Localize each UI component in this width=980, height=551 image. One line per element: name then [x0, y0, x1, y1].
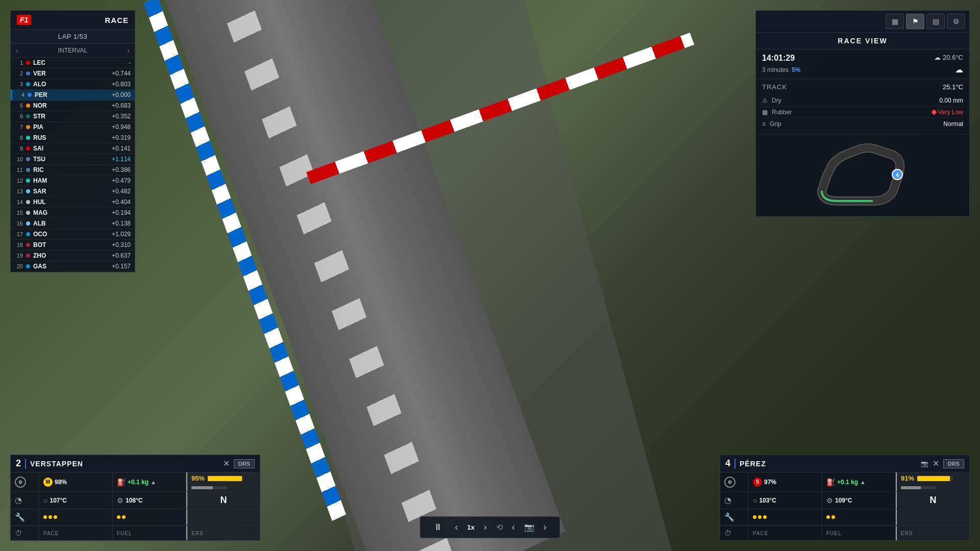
track-rubber-value: Very Low	[932, 109, 963, 116]
perez-mode-icon: ◔	[720, 492, 749, 509]
verstappen-gear-display: N	[191, 495, 256, 506]
perez-name: PÉREZ	[740, 460, 917, 468]
perez-close-btn[interactable]: ✕	[933, 459, 939, 468]
perez-tools-icon: 🔧	[720, 509, 749, 525]
verstappen-fuel-label: FUEL	[113, 526, 186, 540]
verstappen-fuel-delta: +0.1 kg	[128, 479, 149, 486]
pdot-3	[763, 515, 767, 519]
track-label: TRACK	[762, 83, 787, 91]
team-dot	[26, 221, 30, 226]
verstappen-fuel-text: FUEL	[117, 531, 132, 536]
driver-row: 17 OCO +1.029	[11, 229, 135, 240]
driver-row: 18 BOT +0.310	[11, 240, 135, 251]
verstappen-dots-row-1	[43, 515, 57, 519]
driver-pos: 7	[15, 124, 23, 130]
verstappen-gear-n: N	[186, 492, 260, 509]
perez-tyre-pct: 97%	[764, 479, 776, 486]
team-dot	[26, 136, 30, 140]
driver-interval: +0.637	[112, 252, 131, 259]
team-dot	[26, 189, 30, 193]
verstappen-panel: 2 VERSTAPPEN ✕ DRS ⊙ M 98% ⛽ +0.1 kg ▲ 9…	[10, 455, 260, 541]
perez-fuel-text: FUEL	[826, 531, 842, 536]
warning-icon: ⚠	[762, 97, 768, 104]
perez-brake-temp-val: 103°C	[759, 497, 776, 504]
driver-code: RIC	[33, 166, 51, 173]
perez-ers-pct: 91%	[901, 474, 914, 482]
verstappen-tyre: M 98%	[39, 472, 113, 491]
weather-info: 14:01:29 ☁ 20.6°C 3 minutes 5% ☁	[756, 49, 969, 79]
weather-cloud-icon: ☁	[864, 65, 963, 74]
next-button[interactable]: ›	[481, 521, 490, 534]
race-standings-panel: F1 RACE LAP 1/53 ‹ INTERVAL › 1 LEC - 2 …	[10, 10, 135, 272]
verstappen-ers-main: 95%	[186, 472, 260, 491]
driver-interval: +0.319	[112, 134, 131, 141]
driver-interval: +1.029	[112, 231, 131, 238]
perez-steering-icon: ⊙	[720, 472, 749, 491]
tab-settings[interactable]: ⚙	[947, 14, 965, 29]
pause-button[interactable]: ⏸	[430, 521, 446, 534]
driver-code: MAG	[33, 209, 51, 216]
pdot-4	[826, 515, 830, 519]
dot-1	[43, 515, 47, 519]
tab-flag[interactable]: ⚑	[906, 14, 924, 29]
tab-chart[interactable]: ▤	[926, 14, 945, 29]
team-dot	[26, 232, 30, 236]
verstappen-stats-row-1: ⊙ M 98% ⛽ +0.1 kg ▲ 95%	[11, 472, 260, 492]
interval-label: INTERVAL	[58, 47, 88, 54]
team-dot	[26, 146, 30, 151]
perez-engine-icon: ⚙	[826, 496, 833, 505]
weather-time: 14:01:29	[762, 54, 862, 63]
cam-next-button[interactable]: ›	[541, 521, 550, 534]
perez-dots-2	[822, 509, 896, 525]
interval-prev-arrow[interactable]: ‹	[16, 46, 18, 55]
perez-camera-icon: 📷	[921, 460, 928, 467]
driver-pos: 11	[15, 167, 23, 173]
verstappen-header: 2 VERSTAPPEN ✕ DRS	[11, 455, 260, 472]
perez-brake-temp: ○ 103°C	[749, 492, 822, 509]
pdot-1	[753, 515, 756, 519]
driver-interval: +0.948	[112, 123, 131, 131]
grip-icon: ≡	[762, 120, 766, 128]
driver-pos: 6	[15, 113, 23, 119]
perez-engine-temp-val: 109°C	[835, 497, 852, 504]
perez-panel: 4 PÉREZ 📷 ✕ DRS ⊙ S 97% ⛽ +0.1 kg ▲ 91%	[720, 455, 970, 541]
cam-prev-button[interactable]: ‹	[509, 521, 518, 534]
driver-pos: 10	[15, 156, 23, 162]
lap-info: LAP 1/53	[11, 30, 135, 44]
perez-pace-label: PACE	[749, 526, 822, 540]
driver-row: 8 RUS +0.319	[11, 133, 135, 143]
track-condition-label: ⚠ Dry	[762, 97, 781, 104]
team-dot	[26, 71, 30, 76]
race-view-panel: ▦ ⚑ ▤ ⚙ RACE VIEW 14:01:29 ☁ 20.6°C 3 mi…	[755, 10, 970, 217]
driver-interval: +0.194	[112, 209, 131, 216]
verstappen-ers-bottom	[186, 509, 260, 525]
diamond-icon	[931, 109, 937, 115]
verstappen-engine-temp: ⚙ 108°C	[113, 492, 186, 509]
driver-pos: 3	[15, 81, 23, 87]
perez-stats-row-1: ⊙ S 97% ⛽ +0.1 kg ▲ 91%	[720, 472, 969, 492]
rubber-icon: ▦	[762, 109, 768, 116]
driver-row: 1 LEC -	[11, 58, 135, 68]
playback-speed: 1x	[467, 523, 474, 531]
verstappen-dots-1	[39, 509, 113, 525]
verstappen-close-btn[interactable]: ✕	[223, 459, 230, 468]
interval-bar: ‹ INTERVAL ›	[11, 44, 135, 58]
perez-ers-pct-row: 91%	[901, 474, 953, 482]
driver-pos: 16	[15, 220, 23, 227]
driver-interval: +0.141	[112, 145, 131, 152]
tab-bar-chart[interactable]: ▦	[886, 14, 904, 29]
interval-next-arrow[interactable]: ›	[127, 46, 130, 55]
driver-row: 12 HAM +0.479	[11, 176, 135, 186]
driver-pos: 2	[15, 70, 23, 77]
verstappen-ers-label-cell: ERS	[186, 526, 260, 540]
pdot-5	[831, 515, 835, 519]
driver-pos: 9	[15, 145, 23, 152]
camera-switch-icon[interactable]: ⟲	[496, 522, 503, 532]
prev-button[interactable]: ‹	[452, 521, 461, 534]
perez-pace-icon-cell: ⏱	[720, 526, 749, 540]
team-dot	[26, 168, 30, 172]
driver-code: HAM	[33, 177, 51, 184]
verstappen-dots-2	[113, 509, 186, 525]
driver-interval: +0.683	[112, 102, 131, 109]
driver-code: GAS	[33, 263, 51, 270]
